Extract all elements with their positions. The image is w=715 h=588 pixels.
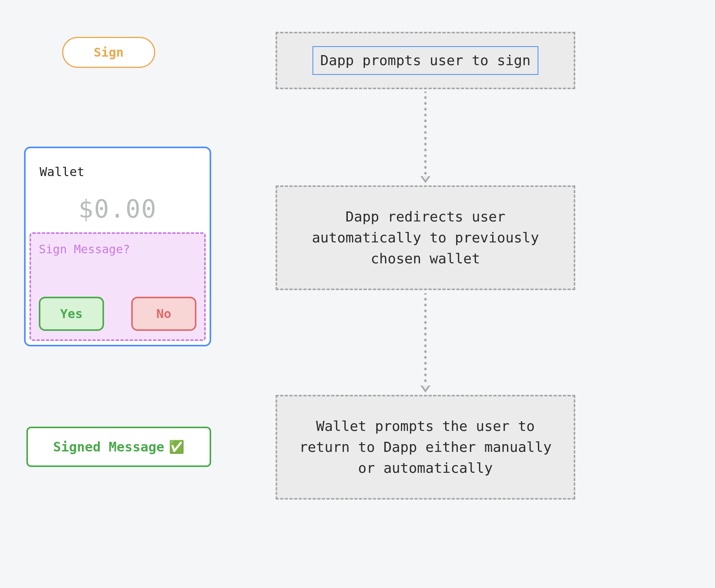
flow-step-1-text: Dapp prompts user to sign <box>312 46 538 75</box>
no-button-label: No <box>156 306 172 321</box>
wallet-title: Wallet <box>40 164 85 179</box>
flow-step-2-text: Dapp redirects user automatically to pre… <box>293 206 558 269</box>
sign-button[interactable]: Sign <box>62 37 155 68</box>
checkmark-icon: ✅ <box>169 439 184 454</box>
yes-button[interactable]: Yes <box>39 297 104 331</box>
arrow-line-icon <box>423 92 428 177</box>
sign-button-row: Yes No <box>39 297 196 331</box>
signed-message-box: Signed Message ✅ <box>26 427 211 467</box>
sign-message-panel: Sign Message? Yes No <box>30 232 206 341</box>
no-button[interactable]: No <box>131 297 196 331</box>
arrow-line-icon <box>423 293 428 386</box>
flow-arrow-1 <box>423 92 428 183</box>
arrow-head-icon <box>420 176 430 183</box>
arrow-head-icon <box>420 386 430 393</box>
wallet-balance: $0.00 <box>26 195 210 223</box>
sign-button-label: Sign <box>94 45 123 60</box>
flow-step-1: Dapp prompts user to sign <box>276 32 575 89</box>
signed-message-label: Signed Message <box>53 439 165 455</box>
sign-message-prompt: Sign Message? <box>39 242 196 256</box>
flow-step-3-text: Wallet prompts the user to return to Dap… <box>293 416 558 479</box>
yes-button-label: Yes <box>60 306 83 321</box>
flow-step-2: Dapp redirects user automatically to pre… <box>276 185 575 290</box>
wallet-card: Wallet $0.00 Sign Message? Yes No <box>24 147 211 346</box>
flow-step-3: Wallet prompts the user to return to Dap… <box>276 395 575 500</box>
flow-arrow-2 <box>423 293 428 393</box>
